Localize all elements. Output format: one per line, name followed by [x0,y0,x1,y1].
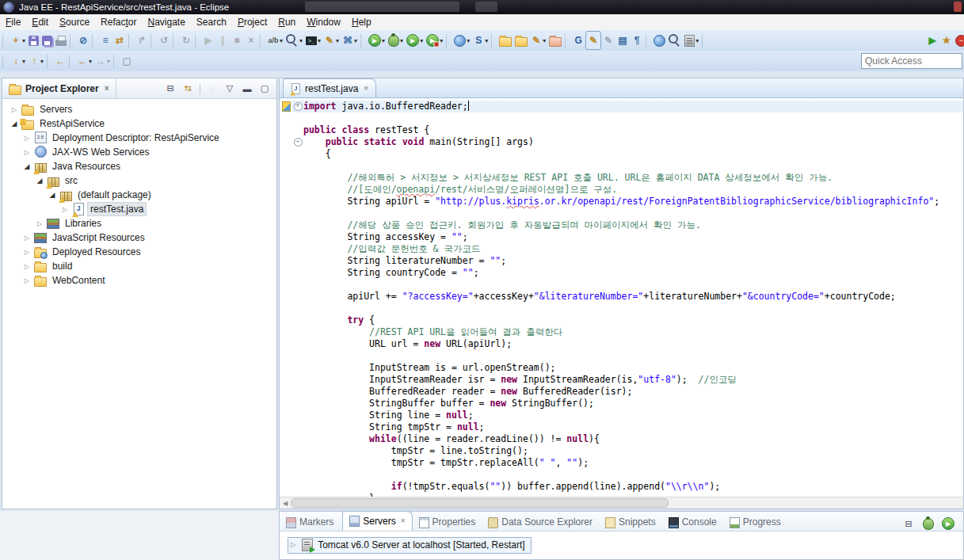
type-hierarchy-icon[interactable]: ⇄ [112,32,127,49]
expand-arrow-icon[interactable]: ▷ [61,206,69,213]
tab-console[interactable]: Console [662,513,723,531]
folding-gutter[interactable] [292,219,303,231]
minimize-icon[interactable]: ▬ [240,82,254,96]
expand-arrow-icon[interactable]: ▷ [23,277,31,284]
folding-gutter[interactable] [292,243,303,255]
expand-arrow-icon[interactable]: ▷ [23,249,31,256]
folding-gutter[interactable] [292,386,303,398]
tab-snippets[interactable]: Snippets [599,513,662,531]
folding-gutter[interactable] [292,350,303,362]
run-history-icon[interactable]: ▶▾ [425,32,444,49]
run-icon[interactable]: ▶▾ [405,32,425,49]
format-icon[interactable]: ✎ [585,31,601,50]
folding-gutter[interactable] [292,184,303,196]
folding-gutter[interactable] [292,398,303,410]
view-menu-icon[interactable]: ▽ [223,82,237,96]
menu-run[interactable]: Run [272,15,301,29]
collapse-all-icon[interactable]: ⊟ [901,516,916,531]
menu-refactor[interactable]: Refactor [95,15,142,29]
menu-help[interactable]: Help [346,15,377,29]
folding-gutter[interactable]: − [292,136,303,148]
tab-markers[interactable]: Markers [280,513,340,531]
folding-gutter[interactable] [292,326,303,338]
mark-occurrences-icon[interactable]: ≡ [98,32,112,49]
servers-view-icon[interactable]: ▾ [683,32,700,49]
skip-all-breakpoints-icon[interactable]: ⊘ [76,32,90,49]
folding-gutter[interactable] [292,231,303,243]
open-browser-icon[interactable] [652,32,667,49]
link-with-editor-icon[interactable]: ⇆ [181,82,195,96]
web-service-client-icon[interactable]: S▾ [471,32,490,49]
save-all-icon[interactable] [40,32,54,49]
new-extra-icon[interactable]: ★ [939,32,954,49]
tree-item-jax-ws-web-services[interactable]: ▷JAX-WS Web Services [2,145,276,159]
java-search-icon[interactable] [667,32,683,49]
folding-gutter[interactable] [292,481,303,493]
folding-gutter[interactable] [292,148,303,160]
brush-icon[interactable]: ✎▾ [529,32,547,49]
folding-gutter[interactable] [292,374,303,386]
collapse-arrow-icon[interactable]: ◢ [10,120,18,128]
folding-gutter[interactable]: + [292,101,303,112]
export-wizard-icon[interactable] [513,32,529,49]
tree-item-build[interactable]: ▷build [2,259,276,273]
debug-icon[interactable]: ▾ [387,32,405,49]
import-wizard-icon[interactable] [497,32,513,49]
tree-item-restapiservice[interactable]: ◢RestApiService [2,116,276,131]
tab-project-explorer[interactable]: Project Explorer × [2,78,116,98]
maximize-icon[interactable]: ▢ [257,82,272,96]
folding-gutter[interactable] [292,338,303,350]
tree-item-webcontent[interactable]: ▷WebContent [2,273,276,288]
show-whitespace-icon[interactable]: ¶ [630,32,644,49]
scrollbar-thumb[interactable] [291,498,669,508]
close-icon[interactable]: × [364,84,368,93]
folding-gutter[interactable] [292,255,303,267]
coverage-icon[interactable]: ▶▾ [367,32,387,49]
collapse-arrow-icon[interactable]: ◢ [23,162,31,170]
back-icon[interactable]: ←▾ [75,52,93,70]
annotations-icon[interactable]: a/b▾ [266,32,284,49]
tab-data-source-explorer[interactable]: Data Source Explorer [482,513,599,531]
close-icon[interactable]: × [105,84,109,93]
show-source-icon[interactable]: ▤ [615,32,630,49]
open-resource-icon[interactable] [547,32,563,49]
menu-search[interactable]: Search [191,15,232,29]
folding-gutter[interactable] [292,421,303,433]
folding-gutter[interactable] [292,314,303,326]
expand-arrow-icon[interactable]: ▷ [23,149,31,156]
debug-on-server-icon[interactable] [921,516,935,531]
expand-arrow-icon[interactable]: ▷ [291,541,295,548]
menu-project[interactable]: Project [232,15,272,29]
expand-arrow-icon[interactable]: ▷ [36,220,44,227]
menu-file[interactable]: File [0,15,26,29]
folding-gutter[interactable] [292,208,303,219]
folding-gutter[interactable] [292,279,303,291]
tree-item-src[interactable]: ◢src [2,173,276,188]
folding-gutter[interactable] [292,172,303,184]
folding-gutter[interactable] [292,433,303,445]
console-icon[interactable]: >_▾ [304,32,322,49]
tab-resttest-java[interactable]: restTest.java × [283,78,376,97]
new-web-service-icon[interactable]: ▾ [452,32,471,49]
tree-item-libraries[interactable]: ▷Libraries [2,216,276,230]
close-icon[interactable]: × [401,516,406,525]
tomcat-server-row[interactable]: ▷ Tomcat v6.0 Server at localhost [Start… [288,537,532,554]
expand-arrow-icon[interactable]: ▷ [23,135,31,142]
previous-annotation-icon[interactable]: ↑▾ [27,52,45,70]
tree-item-resttest-java[interactable]: ▷restTest.java [2,202,276,216]
tab-servers[interactable]: Servers× [342,511,412,531]
tree-item-deployed-resources[interactable]: ▷Deployed Resources [2,245,276,259]
folding-gutter[interactable] [292,469,303,481]
folding-gutter[interactable] [292,267,303,279]
expand-fold-icon[interactable]: + [294,102,303,111]
tree-item-deployment-descriptor-restapiservice[interactable]: ▷Deployment Descriptor: RestApiService [2,131,276,145]
folding-gutter[interactable] [292,362,303,374]
expand-arrow-icon[interactable]: ▷ [23,234,31,242]
generate-javadoc-icon[interactable]: G [571,32,585,49]
tab-properties[interactable]: Properties [413,513,482,531]
collapse-fold-icon[interactable]: − [294,138,303,147]
next-annotation-icon[interactable]: ↓▾ [9,52,27,70]
tab-progress[interactable]: Progress [723,513,787,531]
open-console-search-icon[interactable]: ▾ [284,32,304,49]
last-edit-location-icon[interactable]: ← [53,52,67,70]
